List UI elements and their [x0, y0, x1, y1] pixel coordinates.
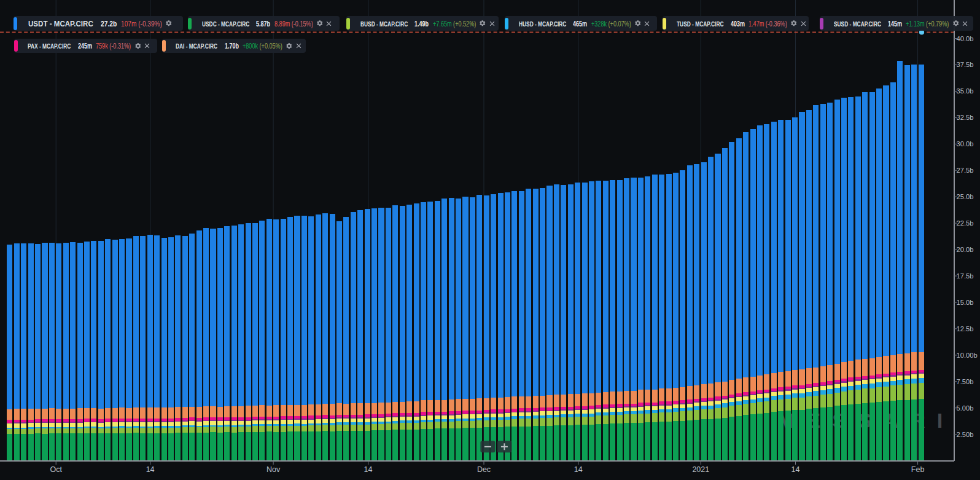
svg-text:12.5b: 12.5b: [957, 325, 974, 332]
svg-text:Feb: Feb: [911, 465, 925, 474]
svg-text:14: 14: [364, 465, 373, 474]
svg-text:14: 14: [574, 465, 583, 474]
svg-text:22.5b: 22.5b: [957, 219, 974, 227]
svg-text:7.50b: 7.50b: [957, 378, 974, 385]
svg-text:2.50b: 2.50b: [957, 431, 974, 438]
svg-text:40.0b: 40.0b: [957, 35, 974, 42]
svg-text:25.0b: 25.0b: [957, 193, 974, 200]
svg-text:10.00b: 10.00b: [957, 352, 978, 359]
svg-text:35.0b: 35.0b: [957, 87, 974, 95]
svg-text:14: 14: [791, 465, 800, 474]
svg-text:Nov: Nov: [266, 465, 281, 474]
svg-text:17.5b: 17.5b: [957, 272, 974, 280]
svg-text:5.00b: 5.00b: [957, 404, 974, 412]
svg-text:Oct: Oct: [50, 465, 62, 474]
svg-text:37.5b: 37.5b: [957, 61, 974, 68]
svg-text:27.5b: 27.5b: [957, 167, 974, 174]
svg-text:2021: 2021: [692, 465, 709, 474]
svg-text:14: 14: [146, 465, 155, 474]
svg-text:20.0b: 20.0b: [957, 246, 974, 253]
svg-text:Dec: Dec: [477, 465, 491, 474]
svg-text:32.5b: 32.5b: [957, 114, 974, 121]
svg-text:15.0b: 15.0b: [957, 299, 974, 306]
svg-text:30.0b: 30.0b: [957, 140, 974, 148]
